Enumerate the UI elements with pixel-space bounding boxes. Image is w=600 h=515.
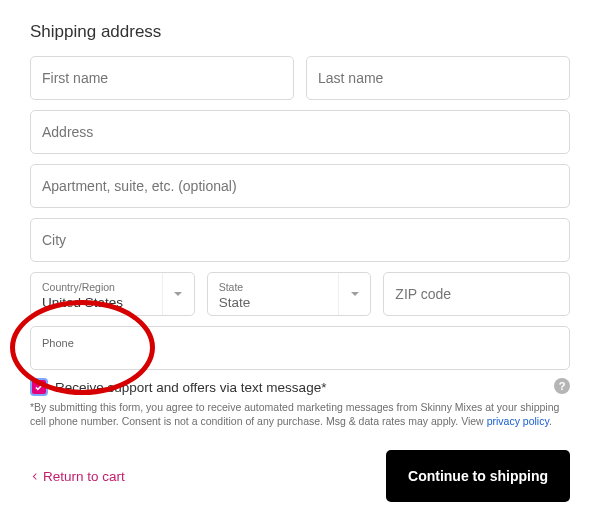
phone-label: Phone [42, 337, 558, 349]
last-name-input[interactable] [318, 70, 558, 86]
first-name-input[interactable] [42, 70, 282, 86]
country-label: Country/Region [42, 282, 151, 294]
city-input[interactable] [42, 232, 558, 248]
last-name-field[interactable] [306, 56, 570, 100]
country-select[interactable]: Country/Region United States [30, 272, 195, 316]
continue-to-shipping-button[interactable]: Continue to shipping [386, 450, 570, 502]
address-input[interactable] [42, 124, 558, 140]
apartment-input[interactable] [42, 178, 558, 194]
help-icon[interactable]: ? [554, 378, 570, 394]
country-value: United States [42, 294, 151, 312]
sms-consent-checkbox[interactable] [30, 378, 48, 396]
zip-field[interactable] [383, 272, 570, 316]
apartment-field[interactable] [30, 164, 570, 208]
city-field[interactable] [30, 218, 570, 262]
address-field[interactable] [30, 110, 570, 154]
first-name-field[interactable] [30, 56, 294, 100]
chevron-down-icon [338, 273, 370, 315]
return-to-cart-link[interactable]: Return to cart [30, 469, 125, 484]
chevron-left-icon [30, 472, 39, 481]
page-title: Shipping address [30, 22, 570, 42]
chevron-down-icon [162, 273, 194, 315]
state-value: State [219, 294, 328, 312]
sms-consent-label: Receive support and offers via text mess… [55, 380, 326, 395]
state-label: State [219, 282, 328, 294]
return-to-cart-label: Return to cart [43, 469, 125, 484]
consent-fine-print: *By submitting this form, you agree to r… [30, 400, 570, 428]
fine-print-prefix: *By submitting this form, you agree to r… [30, 401, 559, 427]
privacy-policy-link[interactable]: privacy policy [487, 415, 549, 427]
phone-field[interactable]: Phone [30, 326, 570, 370]
state-select[interactable]: State State [207, 272, 372, 316]
zip-input[interactable] [395, 286, 558, 302]
fine-print-suffix: . [549, 415, 552, 427]
phone-input[interactable] [42, 349, 558, 364]
